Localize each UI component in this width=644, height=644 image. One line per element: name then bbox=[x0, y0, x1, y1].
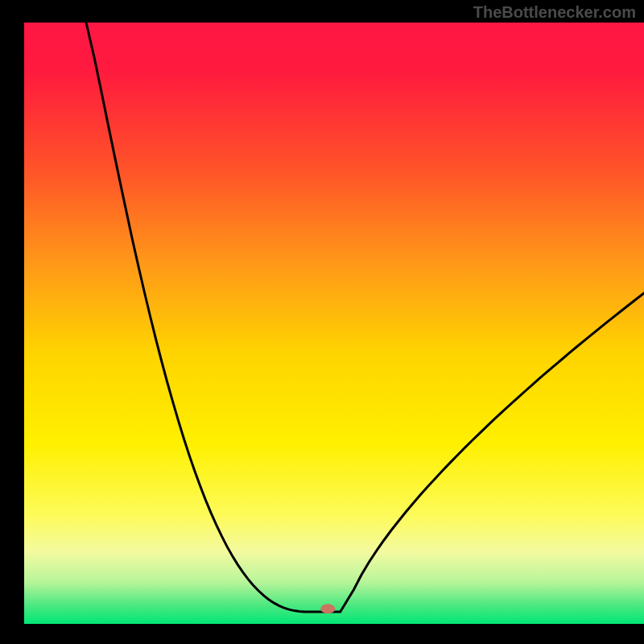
plot-background bbox=[24, 23, 644, 624]
watermark-text: TheBottlenecker.com bbox=[473, 3, 636, 22]
chart-svg bbox=[0, 0, 644, 644]
bottleneck-chart: TheBottlenecker.com bbox=[0, 0, 644, 644]
optimal-point-marker bbox=[320, 604, 335, 613]
